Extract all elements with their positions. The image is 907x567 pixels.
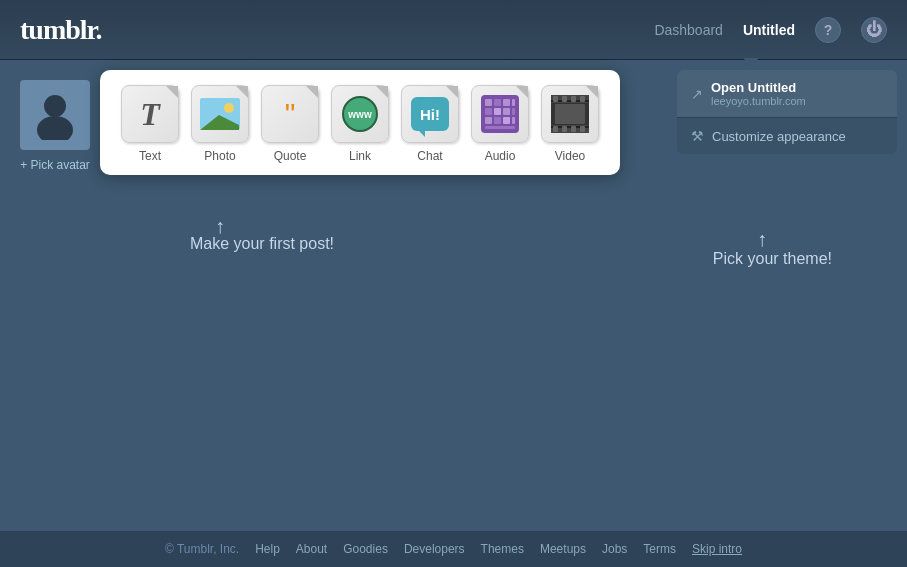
avatar[interactable] [20,80,90,150]
chat-icon: Hi! [401,85,459,143]
customize-appearance-button[interactable]: ⚒ Customize appearance [677,118,897,154]
post-type-chat[interactable]: Hi! Chat [400,85,460,163]
footer: © Tumblr, Inc. Help About Goodies Develo… [0,531,907,567]
audio-icon [471,85,529,143]
link-icon: www [331,85,389,143]
svg-rect-10 [494,108,501,115]
footer-skip-intro[interactable]: Skip intro [692,542,742,556]
post-type-video[interactable]: Video [540,85,600,163]
post-type-text[interactable]: T Text [120,85,180,163]
header: tumblr. Dashboard Untitled ? ⏻ [0,0,907,60]
footer-meetups[interactable]: Meetups [540,542,586,556]
footer-jobs[interactable]: Jobs [602,542,627,556]
svg-point-4 [224,103,234,113]
wrench-icon: ⚒ [691,128,704,144]
post-type-audio[interactable]: Audio [470,85,530,163]
chat-label: Chat [417,149,442,163]
post-type-quote[interactable]: " Quote [260,85,320,163]
open-external-icon: ↗ [691,86,703,102]
video-icon [541,85,599,143]
post-toolbar: T Text Photo " Quote [100,70,620,175]
open-untitled-button[interactable]: ↗ Open Untitled leeyoyo.tumblr.com [677,70,897,118]
pick-avatar-text[interactable]: + Pick avatar [20,158,90,172]
svg-rect-8 [503,99,510,106]
pick-theme-annotation: Pick your theme! [713,250,832,268]
avatar-silhouette [30,90,80,140]
pick-theme-arrow: ↑ [757,228,767,251]
svg-rect-6 [485,99,492,106]
svg-rect-9 [485,108,492,115]
svg-point-1 [37,116,73,140]
svg-rect-30 [571,126,576,132]
svg-point-0 [44,95,66,117]
svg-rect-32 [555,104,585,124]
open-untitled-title: Open Untitled [711,80,883,95]
footer-developers[interactable]: Developers [404,542,465,556]
footer-about[interactable]: About [296,542,327,556]
dropdown-triangle [743,58,759,66]
svg-rect-25 [562,96,567,102]
text-icon: T [121,85,179,143]
svg-rect-28 [553,126,558,132]
quote-label: Quote [274,149,307,163]
svg-rect-17 [512,117,515,124]
photo-icon [191,85,249,143]
footer-terms[interactable]: Terms [643,542,676,556]
svg-rect-14 [503,117,510,124]
untitled-link[interactable]: Untitled [743,22,795,38]
link-label: Link [349,149,371,163]
photo-label: Photo [204,149,235,163]
main-content: + Pick avatar T Text Photo " [0,60,907,531]
svg-rect-12 [485,117,492,124]
footer-help[interactable]: Help [255,542,280,556]
svg-rect-24 [553,96,558,102]
help-button[interactable]: ? [815,17,841,43]
logo: tumblr. [20,14,101,46]
svg-rect-16 [512,108,515,115]
audio-label: Audio [485,149,516,163]
power-button[interactable]: ⏻ [861,17,887,43]
svg-rect-13 [494,117,501,124]
svg-rect-18 [485,126,515,129]
post-type-photo[interactable]: Photo [190,85,250,163]
open-untitled-text: Open Untitled leeyoyo.tumblr.com [711,80,883,107]
header-nav: Dashboard Untitled ? ⏻ [654,17,887,43]
footer-copyright: © Tumblr, Inc. [165,542,239,556]
text-label: Text [139,149,161,163]
svg-rect-27 [580,96,585,102]
make-post-annotation: Make your first post! [190,235,334,253]
svg-rect-26 [571,96,576,102]
left-panel: + Pick avatar [0,60,110,531]
post-type-link[interactable]: www Link [330,85,390,163]
customize-label: Customize appearance [712,129,846,144]
right-panel: ↗ Open Untitled leeyoyo.tumblr.com ⚒ Cus… [677,70,897,154]
footer-goodies[interactable]: Goodies [343,542,388,556]
quote-icon: " [261,85,319,143]
svg-rect-7 [494,99,501,106]
svg-rect-15 [512,99,515,106]
svg-rect-29 [562,126,567,132]
svg-rect-31 [580,126,585,132]
open-untitled-url: leeyoyo.tumblr.com [711,95,883,107]
svg-rect-11 [503,108,510,115]
footer-themes[interactable]: Themes [481,542,524,556]
video-label: Video [555,149,585,163]
dashboard-link[interactable]: Dashboard [654,22,723,38]
